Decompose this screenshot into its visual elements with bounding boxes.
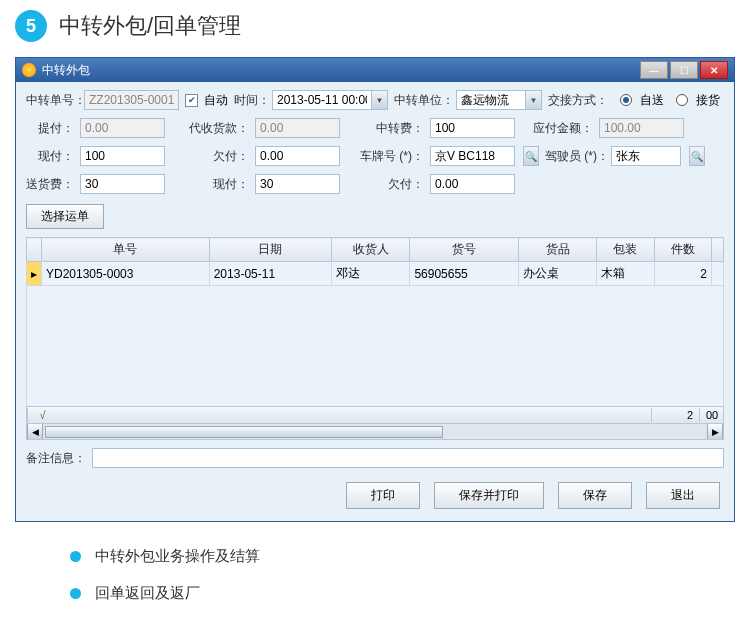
plate-label: 车牌号 (*)： — [346, 148, 424, 165]
transfer-outsourcing-window: 中转外包 — ☐ ✕ 中转单号： ✔ 自动 时间： ▼ 中转单位： ▼ 交接方式… — [15, 57, 735, 522]
qianfu2-label: 欠付： — [346, 176, 424, 193]
qianfu-label: 欠付： — [171, 148, 249, 165]
xianfu-field[interactable] — [80, 146, 165, 166]
scroll-right-icon[interactable]: ▶ — [707, 424, 723, 439]
grid-footer: √ 2 00 — [26, 406, 724, 424]
window-titlebar: 中转外包 — ☐ ✕ — [16, 58, 734, 82]
table-row[interactable]: ▸ YD201305-0003 2013-05-11 邓达 56905655 办… — [27, 262, 724, 286]
maximize-button[interactable]: ☐ — [670, 61, 698, 79]
handover-method-label: 交接方式： — [548, 92, 608, 109]
qianfu-field[interactable] — [255, 146, 340, 166]
bullet-text: 回单返回及返厂 — [95, 584, 200, 603]
driver-lookup-icon[interactable]: 🔍 — [689, 146, 705, 166]
col-header[interactable]: 件数 — [654, 238, 711, 262]
col-header[interactable]: 单号 — [42, 238, 210, 262]
shf-label: 送货费： — [26, 176, 74, 193]
col-header[interactable]: 收货人 — [332, 238, 410, 262]
footer-count: 2 — [651, 408, 699, 422]
yfje-label: 应付金额： — [521, 120, 593, 137]
scroll-left-icon[interactable]: ◀ — [27, 424, 43, 439]
transfer-unit-label: 中转单位： — [394, 92, 450, 109]
cell[interactable]: 办公桌 — [518, 262, 596, 286]
auto-label: 自动 — [204, 92, 228, 109]
bullet-text: 中转外包业务操作及结算 — [95, 547, 260, 566]
pickup-radio[interactable] — [676, 94, 688, 106]
bullet-dot-icon — [70, 588, 81, 599]
save-and-print-button[interactable]: 保存并打印 — [434, 482, 544, 509]
dsk-label: 代收货款： — [171, 120, 249, 137]
scroll-thumb[interactable] — [45, 426, 443, 438]
yfje-field[interactable] — [599, 118, 684, 138]
cell — [712, 262, 724, 286]
horizontal-scrollbar[interactable]: ◀ ▶ — [26, 424, 724, 440]
self-deliver-radio[interactable] — [620, 94, 632, 106]
grid-corner — [27, 238, 42, 262]
bullet-dot-icon — [70, 551, 81, 562]
dsk-field[interactable] — [255, 118, 340, 138]
waybill-grid[interactable]: 单号 日期 收货人 货号 货品 包装 件数 ▸ YD201305-0003 20… — [26, 237, 724, 286]
col-header-extra — [712, 238, 724, 262]
tifu-field[interactable] — [80, 118, 165, 138]
cell[interactable]: YD201305-0003 — [42, 262, 210, 286]
transfer-no-label: 中转单号： — [26, 92, 78, 109]
zzf-label: 中转费： — [346, 120, 424, 137]
bullet-item: 中转外包业务操作及结算 — [70, 547, 710, 566]
chevron-down-icon[interactable]: ▼ — [372, 90, 388, 110]
cell[interactable]: 2013-05-11 — [209, 262, 331, 286]
cell[interactable]: 2 — [654, 262, 711, 286]
time-combo[interactable]: ▼ — [272, 90, 388, 110]
save-button[interactable]: 保存 — [558, 482, 632, 509]
cell[interactable]: 木箱 — [597, 262, 654, 286]
chevron-down-icon[interactable]: ▼ — [526, 90, 542, 110]
window-title: 中转外包 — [42, 62, 640, 79]
cell[interactable]: 邓达 — [332, 262, 410, 286]
cell[interactable]: 56905655 — [410, 262, 519, 286]
driver-label: 驾驶员 (*)： — [545, 148, 605, 165]
transfer-unit-combo[interactable]: ▼ — [456, 90, 542, 110]
exit-button[interactable]: 退出 — [646, 482, 720, 509]
time-label: 时间： — [234, 92, 266, 109]
col-header[interactable]: 包装 — [597, 238, 654, 262]
transfer-no-field[interactable] — [84, 90, 179, 110]
col-header[interactable]: 货品 — [518, 238, 596, 262]
plate-field[interactable] — [430, 146, 515, 166]
tifu-label: 提付： — [26, 120, 74, 137]
driver-field[interactable] — [611, 146, 681, 166]
bullet-item: 回单返回及返厂 — [70, 584, 710, 603]
time-field[interactable] — [272, 90, 372, 110]
col-header[interactable]: 日期 — [209, 238, 331, 262]
xianfu2-field[interactable] — [255, 174, 340, 194]
page-title: 中转外包/回单管理 — [59, 11, 241, 41]
remark-label: 备注信息： — [26, 450, 86, 467]
xianfu-label: 现付： — [26, 148, 74, 165]
row-selector-icon[interactable]: ▸ — [27, 262, 42, 286]
section-number-badge: 5 — [15, 10, 47, 42]
grid-empty-area[interactable] — [26, 286, 724, 406]
footer-extra: 00 — [699, 408, 723, 422]
minimize-button[interactable]: — — [640, 61, 668, 79]
qianfu2-field[interactable] — [430, 174, 515, 194]
auto-checkbox[interactable]: ✔ — [185, 94, 198, 107]
xianfu2-label: 现付： — [171, 176, 249, 193]
transfer-unit-field[interactable] — [456, 90, 526, 110]
pickup-label: 接货 — [696, 92, 720, 109]
close-button[interactable]: ✕ — [700, 61, 728, 79]
self-deliver-label: 自送 — [640, 92, 664, 109]
col-header[interactable]: 货号 — [410, 238, 519, 262]
select-waybill-button[interactable]: 选择运单 — [26, 204, 104, 229]
footer-check-icon: √ — [27, 408, 57, 422]
zzf-field[interactable] — [430, 118, 515, 138]
print-button[interactable]: 打印 — [346, 482, 420, 509]
app-icon — [22, 63, 36, 77]
shf-field[interactable] — [80, 174, 165, 194]
remark-input[interactable] — [92, 448, 724, 468]
plate-lookup-icon[interactable]: 🔍 — [523, 146, 539, 166]
